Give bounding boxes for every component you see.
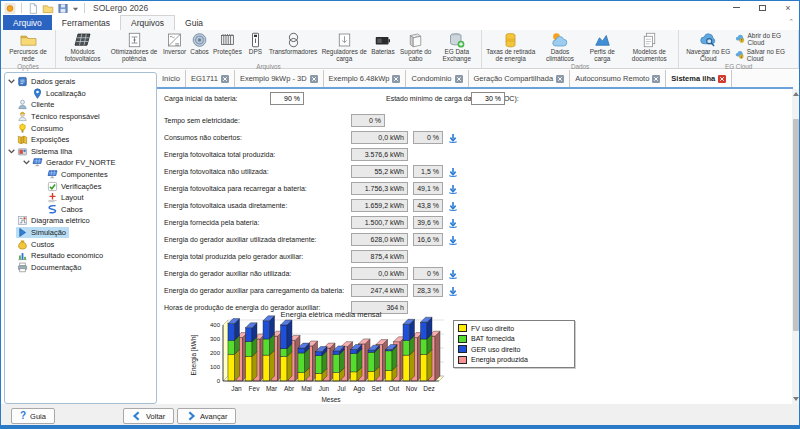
doc-tab[interactable]: Exemplo 6.48kWp (324, 70, 407, 87)
tree-item-gerador-fv-norte[interactable]: Gerador FV_NORTE (5, 157, 156, 169)
ribbon-button[interactable]: Reguladores de carga (319, 30, 369, 63)
ribbon-button[interactable]: EG Data Exchange (435, 30, 479, 63)
tree-item-documenta-o[interactable]: Documentação (5, 262, 156, 274)
vertical-scrollbar[interactable] (792, 89, 800, 404)
ribbon-button[interactable]: Perfis de carga (582, 30, 622, 63)
doc-tab[interactable]: Exemplo 9kWp - 3D (235, 70, 324, 87)
tree-item-componentes[interactable]: Componentes (5, 169, 156, 181)
ribbon-button[interactable]: Transformadores (267, 30, 319, 56)
download-arrow-icon[interactable] (447, 285, 459, 297)
form-row: Tempo sem eletricidade:0 % (164, 112, 792, 129)
download-arrow-icon[interactable] (447, 166, 459, 178)
doc-tab-label: Condominio (411, 74, 451, 83)
field-label: Energia total produzida pelo gerador aux… (164, 253, 351, 260)
download-arrow-icon[interactable] (447, 132, 459, 144)
close-tab-icon[interactable] (221, 75, 229, 83)
forward-button[interactable]: Avançar (177, 408, 236, 424)
ribbon-button[interactable]: Otimizadores de potência (107, 30, 161, 63)
forward-button-label: Avançar (200, 412, 227, 421)
cloud-open-icon (735, 34, 745, 44)
doc-tab[interactable]: Autoconsumo Remoto (570, 70, 666, 87)
doc-tab[interactable]: Condominio (406, 70, 468, 87)
doc-tab[interactable]: Geração Compartilhada (469, 70, 571, 87)
back-button[interactable]: Voltar (123, 408, 174, 424)
ribbon-button[interactable]: Navegar no EG Cloud (681, 30, 735, 63)
tree-item-custos[interactable]: Custos (5, 238, 156, 250)
ribbon-button[interactable]: DPS (244, 30, 267, 56)
download-arrow-icon[interactable] (447, 234, 459, 246)
download-arrow-icon[interactable] (447, 183, 459, 195)
svg-text:Abr: Abr (284, 385, 295, 392)
tree-node: Resultado económico (16, 250, 106, 261)
tree-item-layout[interactable]: Layout (5, 192, 156, 204)
ribbon-button[interactable]: Suporte do cabo (397, 30, 435, 63)
collapse-ribbon-icon[interactable]: ⌃ (788, 18, 794, 26)
scrollbar-thumb[interactable] (793, 119, 799, 331)
ribbon-button[interactable]: Baterias (369, 30, 396, 56)
ribbon-button[interactable]: Cabos (188, 30, 211, 56)
ribbon-button[interactable]: Inversor (161, 30, 188, 56)
window-border (1, 425, 799, 428)
qat-dropdown-icon[interactable] (72, 5, 79, 12)
ribbon: Percursos de redeOpçõesMódulos fotovolta… (1, 30, 799, 69)
save-icon[interactable] (57, 3, 69, 14)
tree-item-cabos[interactable]: Cabos (5, 204, 156, 216)
close-tab-icon[interactable] (392, 75, 400, 83)
open-file-icon[interactable] (42, 3, 54, 14)
tree-item-exposi-es[interactable]: Exposições (5, 134, 156, 146)
tree-item-simula-o[interactable]: Simulação (5, 227, 156, 239)
battery-icon (373, 31, 392, 49)
ribbon-button[interactable]: Proteções (211, 30, 244, 56)
download-arrow-icon[interactable] (447, 268, 459, 280)
inverter-icon (165, 31, 184, 49)
tree-item-sistema-ilha[interactable]: Sistema Ilha (5, 146, 156, 158)
tree-item-diagrama-el-trico[interactable]: Diagrama elétrico (5, 215, 156, 227)
ribbon-tab-arquivo[interactable]: Arquivo (3, 15, 52, 30)
doc-tab[interactable]: EG1711 (186, 70, 235, 87)
value-field: 1.756,3 kWh (351, 182, 408, 195)
ribbon-button[interactable]: Taxas de retirada de energia (484, 30, 538, 63)
tree-item-cliente[interactable]: Cliente (5, 99, 156, 111)
legend-item: BAT fornecida (458, 335, 570, 343)
scroll-down-icon[interactable] (792, 394, 800, 404)
doc-tab-label: Início (162, 74, 180, 83)
maximize-button[interactable] (755, 2, 769, 13)
close-tab-icon[interactable] (556, 75, 564, 83)
tree-item-t-cnico-respons-vel[interactable]: Técnico responsável (5, 111, 156, 123)
close-button[interactable]: × (781, 2, 795, 13)
tree-item-resultado-econ-mico[interactable]: Resultado económico (5, 250, 156, 262)
ribbon-tab-ferramentas[interactable]: Ferramentas (52, 15, 120, 30)
ribbon-button[interactable]: Módulos fotovoltaicos (58, 30, 107, 63)
new-document-icon[interactable] (27, 3, 39, 14)
regulator-icon (335, 31, 354, 49)
close-tab-icon[interactable] (455, 75, 463, 83)
ribbon-button[interactable]: Percursos de rede (3, 30, 53, 63)
expander-icon[interactable] (22, 158, 31, 167)
tree-item-dados-gerais[interactable]: Dados gerais (5, 76, 156, 88)
ribbon-button[interactable]: Dados climáticos (538, 30, 583, 63)
close-tab-icon[interactable] (652, 75, 660, 83)
close-tab-icon[interactable] (310, 75, 318, 83)
guide-button[interactable]: ? Guia (11, 408, 55, 424)
minimize-button[interactable] (729, 2, 743, 13)
ribbon-tab-arquivos[interactable]: Arquivos (120, 15, 175, 30)
ribbon-small-button[interactable]: Salvar no EG Cloud (735, 48, 796, 62)
tree-item-consumo[interactable]: Consumo (5, 122, 156, 134)
ribbon-small-column: Abrir do EG CloudSalvar no EG Cloud (735, 30, 796, 62)
ribbon-button[interactable]: Modelos de documentos (622, 30, 676, 63)
tree-item-verifica-es[interactable]: Verificações (5, 180, 156, 192)
ribbon-tab-guia[interactable]: Guia (175, 15, 213, 30)
expander-icon[interactable] (7, 147, 16, 156)
battery-initial-charge-input[interactable] (270, 92, 304, 105)
scroll-up-icon[interactable] (792, 89, 800, 99)
value-field: 1.659,2 kWh (351, 199, 408, 212)
ribbon-small-button[interactable]: Abrir do EG Cloud (735, 32, 796, 46)
doc-tab[interactable]: Início (157, 70, 186, 87)
doc-tab[interactable]: Sistema ilha (666, 70, 732, 87)
expander-icon[interactable] (7, 77, 16, 86)
close-tab-icon[interactable] (718, 75, 726, 83)
download-arrow-icon[interactable] (447, 200, 459, 212)
tree-item-localiza-o[interactable]: Localização (5, 88, 156, 100)
download-arrow-icon[interactable] (447, 217, 459, 229)
battery-min-soc-input[interactable] (471, 92, 505, 105)
